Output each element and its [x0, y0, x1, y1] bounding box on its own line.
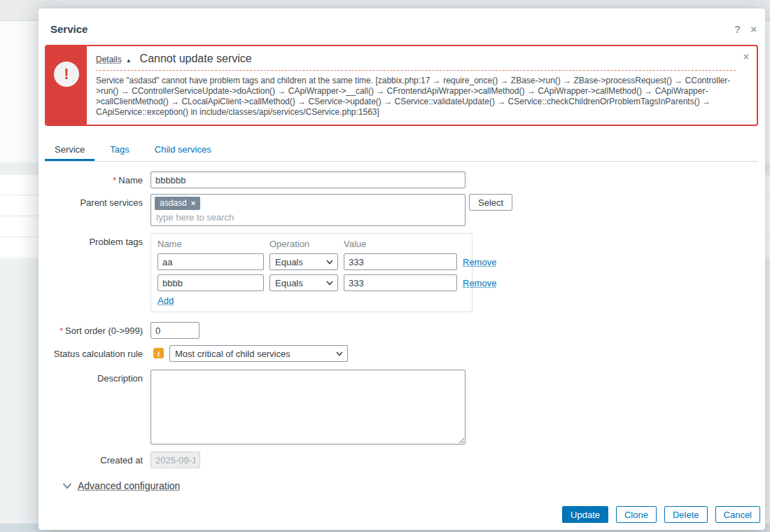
details-toggle-link[interactable]: Details [96, 55, 122, 64]
parent-service-chip: asdasd × [155, 197, 200, 210]
description-row: Description [46, 370, 765, 444]
tab-child-services[interactable]: Child services [145, 139, 221, 161]
chevron-down-icon [62, 483, 72, 489]
chevron-down-icon [326, 281, 333, 286]
error-title: Cannot update service [140, 52, 252, 65]
sort-order-label: Sort order (0->999) [65, 326, 143, 336]
status-rule-value: Most critical of child services [175, 349, 290, 359]
delete-button[interactable]: Delete [664, 506, 708, 523]
required-asterisk: * [113, 175, 116, 186]
status-rule-select[interactable]: Most critical of child services [169, 345, 348, 362]
tag-remove-link[interactable]: Remove [463, 278, 496, 288]
error-bang-glyph: ! [64, 66, 69, 82]
clone-button[interactable]: Clone [616, 506, 657, 523]
advanced-configuration-toggle[interactable]: Advanced configuration [62, 480, 765, 491]
tab-service[interactable]: Service [45, 139, 94, 161]
name-label: Name [118, 175, 143, 186]
service-form: *Name Parent services asdasd × type here… [38, 162, 765, 491]
dialog-title: Service [50, 23, 753, 35]
tag-operation-value: Equals [275, 257, 303, 267]
dialog-footer: Update Clone Delete Cancel [562, 506, 760, 523]
name-label-wrap: *Name [46, 172, 150, 186]
sort-order-row: *Sort order (0->999) [46, 322, 765, 339]
service-dialog: Service ? × ! Details ▲ Cannot update se… [38, 8, 765, 530]
status-rule-label: Status calculation rule [46, 345, 150, 359]
dialog-tabs: Service Tags Child services [45, 139, 758, 162]
tag-operation-value: Equals [275, 278, 303, 288]
created-at-row: Created at [46, 451, 765, 468]
tag-value-input[interactable] [344, 274, 457, 291]
problem-tags-row: Problem tags Name Operation Value Equals [46, 233, 765, 312]
status-rule-row: Status calculation rule i Most critical … [46, 345, 765, 362]
parent-services-multiselect[interactable]: asdasd × type here to search [150, 194, 465, 226]
error-strip: ! [46, 46, 87, 125]
tags-header-name: Name [158, 239, 264, 249]
tab-tags[interactable]: Tags [100, 139, 139, 161]
name-row: *Name [46, 172, 765, 188]
created-at-input [150, 451, 200, 468]
tag-remove-link[interactable]: Remove [463, 257, 496, 267]
collapse-caret-icon: ▲ [126, 57, 132, 64]
tags-header-value: Value [344, 239, 457, 249]
update-button[interactable]: Update [562, 506, 608, 523]
problem-tags-table: Name Operation Value Equals Remove [150, 233, 472, 312]
info-hint-icon[interactable]: i [153, 348, 164, 358]
chevron-down-icon [326, 260, 333, 265]
tag-add-link[interactable]: Add [158, 295, 174, 306]
tag-name-input[interactable] [158, 253, 264, 270]
tags-header-operation: Operation [270, 239, 338, 249]
tag-operation-select[interactable]: Equals [270, 253, 338, 270]
problem-tags-label: Problem tags [46, 233, 150, 247]
parent-services-select-button[interactable]: Select [469, 194, 512, 211]
cancel-button[interactable]: Cancel [715, 506, 760, 523]
created-at-label: Created at [46, 451, 150, 465]
tag-value-input[interactable] [344, 253, 457, 270]
tag-name-input[interactable] [158, 274, 264, 291]
chevron-down-icon [336, 351, 343, 356]
close-icon[interactable]: × [750, 24, 757, 34]
chip-label: asdasd [160, 198, 187, 208]
error-message-box: ! Details ▲ Cannot update service Servic… [45, 45, 758, 126]
multiselect-placeholder: type here to search [155, 210, 461, 223]
description-label: Description [46, 370, 150, 384]
error-content: Details ▲ Cannot update service Service … [87, 46, 757, 125]
help-icon[interactable]: ? [734, 24, 741, 34]
error-close-icon[interactable]: × [743, 51, 749, 62]
sort-order-input[interactable] [150, 322, 200, 339]
parent-services-label: Parent services [46, 194, 150, 208]
name-input[interactable] [150, 172, 465, 188]
chip-remove-icon[interactable]: × [191, 199, 195, 207]
dialog-header: Service ? × [38, 8, 765, 45]
required-asterisk: * [59, 326, 63, 336]
sort-order-label-wrap: *Sort order (0->999) [46, 322, 150, 336]
description-textarea[interactable] [150, 370, 465, 444]
error-exclamation-icon: ! [54, 62, 79, 87]
advanced-configuration-label: Advanced configuration [78, 480, 180, 491]
error-trace-text: Service "asdasd" cannot have problem tag… [96, 76, 736, 118]
parent-services-row: Parent services asdasd × type here to se… [46, 194, 765, 226]
tag-operation-select[interactable]: Equals [270, 274, 338, 291]
